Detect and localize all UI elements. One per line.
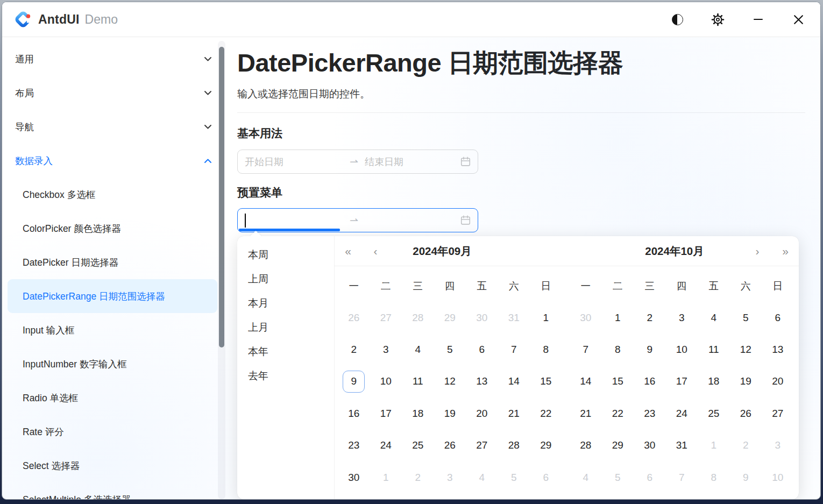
day-cell[interactable]: 2 (634, 302, 666, 333)
day-cell[interactable]: 5 (498, 462, 530, 493)
day-cell[interactable]: 2 (338, 333, 370, 365)
end-date-placeholder[interactable]: 结束日期 (365, 155, 460, 168)
day-cell[interactable]: 3 (434, 462, 466, 493)
day-cell[interactable]: 27 (762, 397, 794, 429)
sidebar-item-checkbox[interactable]: Checkbox 多选框 (2, 178, 228, 211)
day-cell[interactable]: 3 (370, 333, 402, 365)
next-year-button[interactable]: » (777, 243, 793, 259)
day-cell[interactable]: 5 (434, 333, 466, 365)
day-cell[interactable]: 16 (634, 366, 666, 397)
day-cell[interactable]: 3 (666, 302, 698, 333)
day-cell[interactable]: 13 (762, 333, 794, 365)
day-cell[interactable]: 21 (498, 397, 530, 429)
preset-item-last-year[interactable]: 去年 (237, 364, 334, 388)
day-cell[interactable]: 22 (530, 397, 562, 429)
day-cell[interactable]: 1 (370, 462, 402, 493)
day-cell[interactable]: 25 (402, 430, 434, 462)
day-cell[interactable]: 31 (666, 430, 698, 462)
day-cell[interactable]: 12 (434, 366, 466, 397)
day-cell[interactable]: 8 (698, 462, 730, 493)
sidebar-item-datepicker[interactable]: DatePicker 日期选择器 (2, 245, 228, 279)
sidebar-group-navigation[interactable]: 导航 (2, 110, 228, 144)
day-cell[interactable]: 17 (370, 397, 402, 429)
sidebar-item-inputnumber[interactable]: InputNumber 数字输入框 (2, 347, 228, 381)
day-cell[interactable]: 1 (530, 302, 562, 333)
day-cell[interactable]: 13 (466, 366, 498, 397)
date-range-input-basic[interactable]: 开始日期 ⇀ 结束日期 (237, 150, 478, 174)
day-cell[interactable]: 6 (762, 302, 794, 333)
day-cell[interactable]: 15 (530, 366, 562, 397)
sidebar-group-layout[interactable]: 布局 (2, 76, 228, 110)
day-cell[interactable]: 19 (730, 366, 762, 397)
day-cell[interactable]: 10 (762, 462, 794, 493)
day-cell[interactable]: 4 (698, 302, 730, 333)
preset-item-last-week[interactable]: 上周 (237, 267, 334, 291)
day-cell[interactable]: 29 (530, 430, 562, 462)
day-cell[interactable]: 14 (570, 366, 602, 397)
day-cell[interactable]: 3 (762, 430, 794, 462)
day-cell[interactable]: 5 (730, 302, 762, 333)
sidebar-item-input[interactable]: Input 输入框 (2, 313, 228, 347)
day-cell[interactable]: 30 (570, 302, 602, 333)
day-cell[interactable]: 30 (338, 462, 370, 493)
day-cell[interactable]: 8 (530, 333, 562, 365)
sidebar-item-datepickerrange[interactable]: DatePickerRange 日期范围选择器 (8, 279, 217, 313)
day-cell[interactable]: 28 (402, 302, 434, 333)
day-cell[interactable]: 4 (570, 462, 602, 493)
day-cell[interactable]: 5 (602, 462, 634, 493)
prev-year-button[interactable]: « (340, 243, 356, 259)
day-cell[interactable]: 2 (730, 430, 762, 462)
day-cell[interactable]: 30 (466, 302, 498, 333)
day-cell[interactable]: 1 (698, 430, 730, 462)
preset-item-this-week[interactable]: 本周 (237, 243, 334, 267)
day-cell[interactable]: 9 (730, 462, 762, 493)
date-range-input-preset[interactable]: ⇀ (237, 208, 478, 232)
day-cell-today[interactable]: 9 (338, 366, 370, 397)
day-cell[interactable]: 7 (498, 333, 530, 365)
day-cell[interactable]: 20 (466, 397, 498, 429)
day-cell[interactable]: 28 (498, 430, 530, 462)
day-cell[interactable]: 12 (730, 333, 762, 365)
day-cell[interactable]: 26 (730, 397, 762, 429)
day-cell[interactable]: 2 (402, 462, 434, 493)
day-cell[interactable]: 15 (602, 366, 634, 397)
day-cell[interactable]: 20 (762, 366, 794, 397)
day-cell[interactable]: 18 (402, 397, 434, 429)
sidebar-item-colorpicker[interactable]: ColorPicker 颜色选择器 (2, 211, 228, 245)
close-button[interactable] (787, 8, 810, 31)
day-cell[interactable]: 19 (434, 397, 466, 429)
preset-item-this-month[interactable]: 本月 (237, 291, 334, 315)
day-cell[interactable]: 8 (602, 333, 634, 365)
day-cell[interactable]: 27 (370, 302, 402, 333)
day-cell[interactable]: 23 (338, 430, 370, 462)
day-cell[interactable]: 29 (434, 302, 466, 333)
day-cell[interactable]: 17 (666, 366, 698, 397)
preset-item-this-year[interactable]: 本年 (237, 339, 334, 364)
day-cell[interactable]: 18 (698, 366, 730, 397)
sidebar-item-radio[interactable]: Radio 单选框 (2, 381, 228, 415)
day-cell[interactable]: 1 (602, 302, 634, 333)
day-cell[interactable]: 11 (698, 333, 730, 365)
day-cell[interactable]: 6 (530, 462, 562, 493)
day-cell[interactable]: 16 (338, 397, 370, 429)
preset-item-last-month[interactable]: 上月 (237, 315, 334, 339)
day-cell[interactable]: 29 (602, 430, 634, 462)
day-cell[interactable]: 10 (370, 366, 402, 397)
day-cell[interactable]: 7 (666, 462, 698, 493)
day-cell[interactable]: 22 (602, 397, 634, 429)
day-cell[interactable]: 6 (466, 333, 498, 365)
start-date-placeholder[interactable]: 开始日期 (238, 155, 343, 168)
day-cell[interactable]: 31 (498, 302, 530, 333)
day-cell[interactable]: 25 (698, 397, 730, 429)
day-cell[interactable]: 24 (666, 397, 698, 429)
day-cell[interactable]: 28 (570, 430, 602, 462)
sidebar-group-general[interactable]: 通用 (2, 42, 228, 76)
day-cell[interactable]: 9 (634, 333, 666, 365)
next-month-button[interactable]: › (749, 243, 765, 259)
prev-month-button[interactable]: ‹ (367, 243, 384, 259)
minimize-button[interactable] (747, 8, 769, 31)
sidebar-item-select[interactable]: Select 选择器 (2, 449, 228, 482)
day-cell[interactable]: 10 (666, 333, 698, 365)
day-cell[interactable]: 26 (338, 302, 370, 333)
day-cell[interactable]: 4 (402, 333, 434, 365)
